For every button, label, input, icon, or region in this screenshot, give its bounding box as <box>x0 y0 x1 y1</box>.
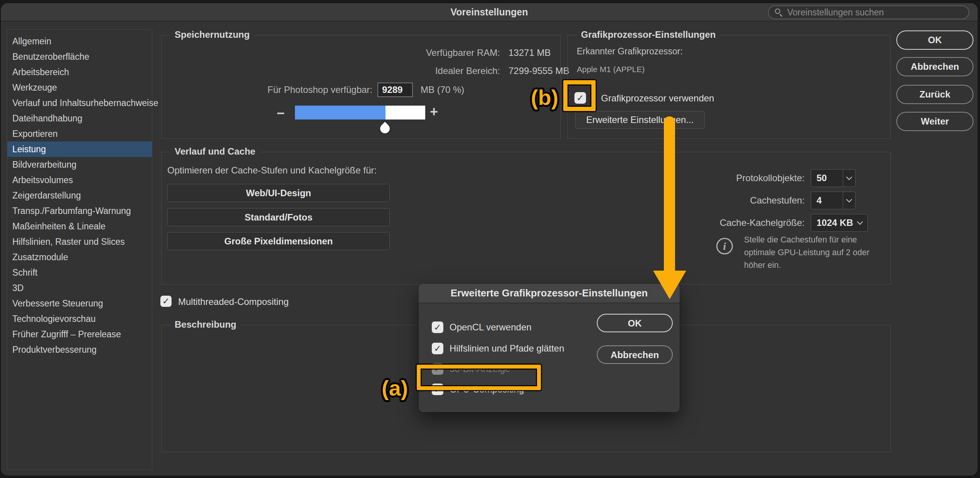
sidebar-item-masseinheiten[interactable]: Maßeinheiten & Lineale <box>7 219 152 234</box>
ram-slider-plus[interactable]: + <box>430 105 438 119</box>
ram-slider-minus[interactable]: – <box>277 106 285 120</box>
ok-button[interactable]: OK <box>896 30 973 50</box>
multithreaded-compositing-label: Multithreaded-Compositing <box>178 296 289 307</box>
antialias-guides-label: Hilfslinien und Pfade glätten <box>450 343 564 354</box>
chevron-down-icon[interactable] <box>843 192 855 209</box>
search-input[interactable] <box>768 5 969 19</box>
ideal-range-row: Idealer Bereich: 7299-9555 MB <box>163 66 569 76</box>
ram-slider-fill <box>295 106 386 120</box>
gpu-device-name: Apple M1 (APPLE) <box>577 65 645 74</box>
history-states-label: Protokollobjekte: <box>560 173 805 183</box>
cache-levels-value: 4 <box>811 195 843 206</box>
chevron-down-icon <box>857 219 863 225</box>
ideal-range-label: Idealer Bereich: <box>163 66 500 76</box>
annotation-a-label: (a) <box>382 375 408 401</box>
sidebar-item-dateihandhabung[interactable]: Dateihandhabung <box>7 111 152 126</box>
annotation-a-highlight-box <box>417 365 541 390</box>
ram-allowance-suffix: MB (70 %) <box>421 84 464 95</box>
ram-allowance-row: Für Photoshop verfügbar: MB (70 %) <box>163 82 464 97</box>
use-gpu-label: Grafikprozessor verwenden <box>601 93 714 104</box>
cache-levels-dropdown[interactable]: 4 <box>811 192 855 209</box>
annotation-arrow <box>664 116 675 271</box>
sidebar-item-exportieren[interactable]: Exportieren <box>7 126 152 141</box>
cache-tile-row: Cache-Kachelgröße: 1024 KB <box>560 214 868 232</box>
cache-section-title: Verlauf und Cache <box>170 146 260 157</box>
sidebar-item-schrift[interactable]: Schrift <box>7 265 152 280</box>
prev-button[interactable]: Zurück <box>896 85 973 104</box>
ram-allowance-label: Für Photoshop verfügbar: <box>163 84 372 95</box>
history-states-value: 50 <box>811 173 843 183</box>
preset-large-pixels-button[interactable]: Große Pixeldimensionen <box>167 232 390 250</box>
advanced-gpu-dialog-title: Erweiterte Grafikprozessor-Einstellungen <box>419 284 680 303</box>
available-ram-value: 13271 MB <box>509 47 551 58</box>
cache-tile-label: Cache-Kachelgröße: <box>560 217 805 228</box>
cache-levels-label: Cachestufen: <box>560 195 805 206</box>
titlebar: Voreinstellungen <box>1 3 978 22</box>
sidebar-item-transparenz[interactable]: Transp./Farbumfang-Warnung <box>7 203 152 219</box>
cache-tile-value: 1024 KB <box>817 217 853 228</box>
antialias-guides-row: Hilfslinien und Pfade glätten <box>432 343 564 354</box>
cancel-button[interactable]: Abbrechen <box>896 57 973 76</box>
gpu-section-title: Grafikprozessor-Einstellungen <box>576 29 720 40</box>
memory-section-title: Speichernutzung <box>170 29 254 40</box>
cache-info-text: Stelle die Cachestufen für eine optimale… <box>744 234 869 272</box>
preferences-window: Voreinstellungen Allgemein Benutzeroberf… <box>1 3 978 476</box>
cache-levels-row: Cachestufen: 4 <box>560 192 855 209</box>
sidebar-item-arbeitsvolumes[interactable]: Arbeitsvolumes <box>7 172 152 188</box>
sidebar-item-allgemein[interactable]: Allgemein <box>7 34 152 49</box>
sidebar-item-3d[interactable]: 3D <box>7 280 152 296</box>
history-states-dropdown[interactable]: 50 <box>811 169 855 187</box>
preset-standard-button[interactable]: Standard/Fotos <box>167 208 390 226</box>
sidebar-item-verlauf[interactable]: Verlauf und Inhaltsurhebernachweise <box>7 95 152 111</box>
ram-slider-track[interactable] <box>295 106 425 120</box>
annotation-b-highlight-box <box>563 80 596 111</box>
info-icon: i <box>716 238 733 254</box>
screen: Voreinstellungen Allgemein Benutzeroberf… <box>0 0 980 478</box>
sidebar-item-produktverbesserung[interactable]: Produktverbesserung <box>7 342 152 357</box>
advanced-gpu-dialog: Erweiterte Grafikprozessor-Einstellungen… <box>419 284 680 412</box>
dialog-cancel-button[interactable]: Abbrechen <box>597 345 673 364</box>
gpu-detected-label: Erkannter Grafikprozessor: <box>577 46 683 57</box>
history-states-row: Protokollobjekte: 50 <box>560 169 855 187</box>
sidebar-item-arbeitsbereich[interactable]: Arbeitsbereich <box>7 64 152 80</box>
multithreaded-compositing-checkbox[interactable] <box>160 296 172 307</box>
opencl-checkbox[interactable] <box>432 321 443 333</box>
antialias-guides-checkbox[interactable] <box>432 343 443 354</box>
opencl-label: OpenCL verwenden <box>450 322 532 333</box>
advanced-settings-button[interactable]: Erweiterte Einstellungen... <box>575 111 705 129</box>
sidebar-item-benutzeroberflaeche[interactable]: Benutzeroberfläche <box>7 49 152 64</box>
sidebar-item-frueher-zugriff[interactable]: Früher Zugrifff – Prerelease <box>7 327 152 342</box>
ideal-range-value: 7299-9555 MB <box>509 66 569 76</box>
sidebar-item-leistung[interactable]: Leistung <box>7 141 152 157</box>
opencl-row: OpenCL verwenden <box>432 321 532 333</box>
annotation-b-label: (b) <box>531 85 559 110</box>
available-ram-label: Verfügbarer RAM: <box>163 47 500 58</box>
cache-tile-dropdown[interactable]: 1024 KB <box>811 214 868 232</box>
next-button[interactable]: Weiter <box>896 112 973 131</box>
available-ram-row: Verfügbarer RAM: 13271 MB <box>163 47 551 58</box>
sidebar-item-technologievorschau[interactable]: Technologievorschau <box>7 311 152 327</box>
search-icon <box>774 8 783 17</box>
sidebar-item-hilfslinien[interactable]: Hilfslinien, Raster und Slices <box>7 234 152 249</box>
sidebar: Allgemein Benutzeroberfläche Arbeitsbere… <box>7 29 152 470</box>
cache-optimize-label: Optimieren der Cache-Stufen und Kachelgr… <box>167 165 377 176</box>
annotation-arrowhead-icon <box>653 271 686 299</box>
sidebar-item-verbesserte-steuerung[interactable]: Verbesserte Steuerung <box>7 296 152 311</box>
sidebar-item-werkzeuge[interactable]: Werkzeuge <box>7 80 152 95</box>
sidebar-item-bildverarbeitung[interactable]: Bildverarbeitung <box>7 157 152 172</box>
search-field[interactable] <box>787 7 963 18</box>
ram-allowance-input[interactable] <box>377 82 413 97</box>
sidebar-item-zeigerdarstellung[interactable]: Zeigerdarstellung <box>7 188 152 203</box>
description-section-title: Beschreibung <box>170 319 241 330</box>
sidebar-item-zusatzmodule[interactable]: Zusatzmodule <box>7 249 152 265</box>
preset-web-ui-button[interactable]: Web/UI-Design <box>167 184 390 202</box>
dialog-ok-button[interactable]: OK <box>597 314 673 332</box>
chevron-down-icon[interactable] <box>843 170 855 187</box>
